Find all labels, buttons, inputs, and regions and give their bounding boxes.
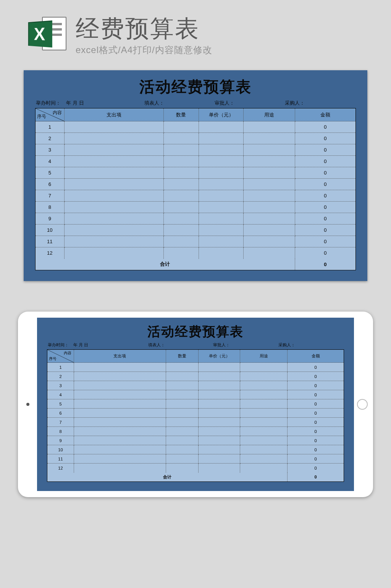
cell-item[interactable] — [64, 213, 163, 225]
cell-qty[interactable] — [163, 213, 199, 225]
cell-use[interactable] — [240, 372, 288, 381]
ipad-home-button[interactable] — [357, 399, 368, 410]
cell-item[interactable] — [64, 202, 163, 213]
cell-idx[interactable]: 6 — [36, 179, 65, 190]
cell-price[interactable] — [199, 445, 240, 454]
cell-amount[interactable]: 0 — [295, 213, 355, 225]
cell-use[interactable] — [244, 190, 295, 202]
cell-amount[interactable]: 0 — [295, 167, 355, 179]
cell-qty[interactable] — [166, 427, 198, 436]
cell-amount[interactable]: 0 — [288, 399, 344, 409]
cell-qty[interactable] — [163, 156, 199, 167]
cell-price[interactable] — [199, 372, 240, 381]
cell-item[interactable] — [64, 156, 163, 167]
cell-idx[interactable]: 7 — [36, 190, 65, 202]
cell-use[interactable] — [244, 144, 295, 156]
cell-use[interactable] — [240, 454, 288, 464]
cell-price[interactable] — [199, 247, 243, 259]
cell-price[interactable] — [199, 121, 243, 133]
cell-item[interactable] — [74, 436, 166, 445]
cell-use[interactable] — [240, 445, 288, 454]
cell-qty[interactable] — [166, 363, 198, 372]
cell-qty[interactable] — [166, 409, 198, 418]
cell-qty[interactable] — [166, 445, 198, 454]
cell-amount[interactable]: 0 — [288, 445, 344, 454]
cell-amount[interactable]: 0 — [295, 156, 355, 167]
cell-amount[interactable]: 0 — [288, 454, 344, 464]
cell-use[interactable] — [244, 121, 295, 133]
cell-item[interactable] — [74, 363, 166, 372]
cell-amount[interactable]: 0 — [288, 381, 344, 390]
cell-item[interactable] — [74, 454, 166, 464]
cell-price[interactable] — [199, 390, 240, 399]
cell-item[interactable] — [74, 409, 166, 418]
cell-qty[interactable] — [163, 121, 199, 133]
cell-qty[interactable] — [163, 167, 199, 179]
cell-item[interactable] — [74, 427, 166, 436]
cell-use[interactable] — [240, 381, 288, 390]
cell-idx[interactable]: 12 — [36, 247, 65, 259]
cell-amount[interactable]: 0 — [288, 390, 344, 399]
cell-item[interactable] — [64, 167, 163, 179]
cell-price[interactable] — [199, 156, 243, 167]
cell-item[interactable] — [64, 190, 163, 202]
cell-item[interactable] — [74, 445, 166, 454]
cell-amount[interactable]: 0 — [295, 133, 355, 144]
cell-use[interactable] — [244, 213, 295, 225]
cell-item[interactable] — [64, 133, 163, 144]
cell-amount[interactable]: 0 — [288, 372, 344, 381]
cell-use[interactable] — [240, 418, 288, 427]
cell-use[interactable] — [244, 156, 295, 167]
cell-item[interactable] — [74, 399, 166, 409]
cell-idx[interactable]: 5 — [36, 167, 65, 179]
cell-amount[interactable]: 0 — [295, 144, 355, 156]
cell-idx[interactable]: 8 — [47, 427, 74, 436]
cell-price[interactable] — [199, 409, 240, 418]
cell-amount[interactable]: 0 — [288, 409, 344, 418]
cell-price[interactable] — [199, 202, 243, 213]
cell-use[interactable] — [240, 464, 288, 473]
cell-idx[interactable]: 6 — [47, 409, 74, 418]
cell-idx[interactable]: 1 — [36, 121, 65, 133]
cell-qty[interactable] — [166, 454, 198, 464]
cell-use[interactable] — [244, 236, 295, 247]
cell-amount[interactable]: 0 — [288, 427, 344, 436]
cell-amount[interactable]: 0 — [295, 202, 355, 213]
cell-qty[interactable] — [163, 190, 199, 202]
cell-idx[interactable]: 2 — [47, 372, 74, 381]
cell-price[interactable] — [199, 167, 243, 179]
cell-price[interactable] — [199, 381, 240, 390]
cell-price[interactable] — [199, 436, 240, 445]
cell-qty[interactable] — [166, 399, 198, 409]
cell-price[interactable] — [199, 213, 243, 225]
cell-qty[interactable] — [166, 372, 198, 381]
cell-qty[interactable] — [166, 464, 198, 473]
cell-idx[interactable]: 10 — [36, 225, 65, 236]
cell-item[interactable] — [74, 381, 166, 390]
cell-price[interactable] — [199, 454, 240, 464]
cell-amount[interactable]: 0 — [288, 464, 344, 473]
cell-use[interactable] — [244, 225, 295, 236]
cell-amount[interactable]: 0 — [288, 418, 344, 427]
cell-idx[interactable]: 5 — [47, 399, 74, 409]
cell-qty[interactable] — [163, 236, 199, 247]
cell-price[interactable] — [199, 399, 240, 409]
cell-amount[interactable]: 0 — [295, 236, 355, 247]
cell-idx[interactable]: 10 — [47, 445, 74, 454]
cell-idx[interactable]: 7 — [47, 418, 74, 427]
cell-qty[interactable] — [163, 179, 199, 190]
cell-use[interactable] — [240, 409, 288, 418]
cell-qty[interactable] — [166, 436, 198, 445]
cell-item[interactable] — [74, 418, 166, 427]
cell-price[interactable] — [199, 144, 243, 156]
cell-qty[interactable] — [163, 133, 199, 144]
cell-qty[interactable] — [163, 202, 199, 213]
cell-idx[interactable]: 1 — [47, 363, 74, 372]
cell-price[interactable] — [199, 190, 243, 202]
cell-idx[interactable]: 3 — [47, 381, 74, 390]
cell-amount[interactable]: 0 — [295, 121, 355, 133]
cell-amount[interactable]: 0 — [295, 190, 355, 202]
cell-use[interactable] — [244, 179, 295, 190]
cell-qty[interactable] — [163, 225, 199, 236]
cell-idx[interactable]: 11 — [47, 454, 74, 464]
